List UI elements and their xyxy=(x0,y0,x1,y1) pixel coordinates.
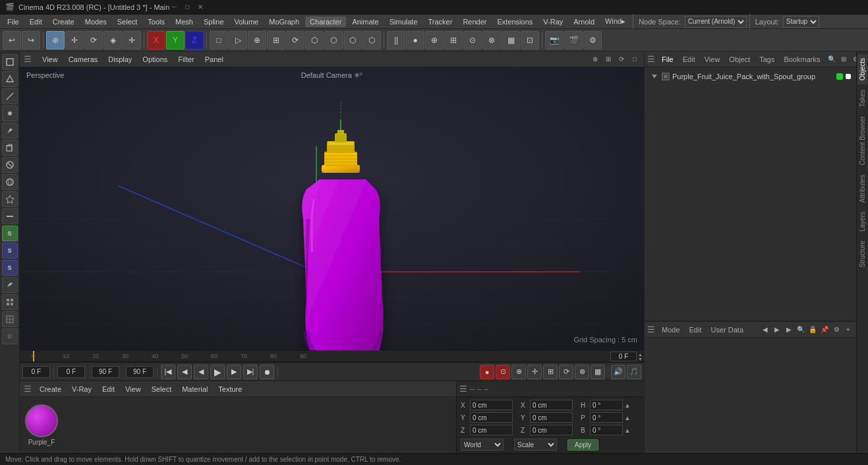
rt-tab-attributes[interactable]: Attributes xyxy=(857,171,867,206)
coord-b-input[interactable] xyxy=(590,425,623,435)
render-btn-3[interactable]: ⚙ xyxy=(583,31,602,49)
menu-file[interactable]: File xyxy=(3,16,24,27)
objects-filter-icon[interactable]: ⊞ xyxy=(838,54,849,65)
object-tool-3[interactable]: ⊕ xyxy=(248,31,266,49)
rt-tab-content[interactable]: Content Browser xyxy=(857,112,867,169)
sidebar-grid2-btn[interactable] xyxy=(2,311,18,327)
menu-mesh[interactable]: Mesh xyxy=(171,16,198,27)
coord-y2-input[interactable] xyxy=(530,412,573,423)
attr-tab-edit[interactable]: Edit xyxy=(687,325,705,335)
sidebar-light-btn[interactable] xyxy=(2,191,18,207)
attr-tab-mode[interactable]: Mode xyxy=(659,325,683,335)
sidebar-poly-btn[interactable] xyxy=(2,71,18,87)
material-menu-icon[interactable]: ☰ xyxy=(24,384,32,394)
snap-tool-8[interactable]: ⊡ xyxy=(521,31,539,49)
playback-tool-3[interactable]: ⊕ xyxy=(511,365,526,379)
attr-nav-back[interactable]: ◀ xyxy=(760,325,770,335)
current-frame-input[interactable] xyxy=(22,366,50,378)
snap-tool-7[interactable]: ▦ xyxy=(502,31,520,49)
redo-button[interactable]: ↪ xyxy=(22,31,40,49)
sidebar-sphere-btn[interactable] xyxy=(2,174,18,190)
coord-x2-input[interactable] xyxy=(530,400,573,410)
playback-tool-6[interactable]: ⟳ xyxy=(559,365,573,379)
object-tool-4[interactable]: ⊞ xyxy=(267,31,285,49)
menu-character[interactable]: Character xyxy=(305,16,346,27)
sidebar-s2-btn[interactable]: S xyxy=(2,243,18,259)
end-frame2-input[interactable] xyxy=(126,366,154,378)
rt-tab-objects[interactable]: Objects xyxy=(857,54,867,84)
goto-start-button[interactable]: |◀ xyxy=(161,365,175,379)
object-tool-6[interactable]: ⬡ xyxy=(305,31,324,49)
playback-tool-7[interactable]: ⊗ xyxy=(575,365,589,379)
move-tool-button[interactable]: ⊕ xyxy=(46,31,65,49)
playback-tool-9[interactable]: 🔊 xyxy=(611,365,625,379)
object-item-1[interactable]: Purple_Fruit_Juice_Pack_with_Spout_group xyxy=(647,70,854,83)
menu-render[interactable]: Render xyxy=(458,16,491,27)
snap-tool-2[interactable]: ● xyxy=(406,31,424,49)
sidebar-paint-btn[interactable] xyxy=(2,277,18,293)
playback-tool-2[interactable]: ⊙ xyxy=(496,365,510,379)
object-tool-9[interactable]: ⬡ xyxy=(362,31,381,49)
sidebar-brush-btn[interactable] xyxy=(2,123,18,139)
frame-up-btn[interactable]: ▲ xyxy=(638,352,643,357)
close-button[interactable]: ✕ xyxy=(196,3,205,12)
sidebar-point-btn[interactable] xyxy=(2,106,18,121)
playback-tool-10[interactable]: 🎵 xyxy=(627,365,641,379)
coord-menu-icon[interactable]: ☰ xyxy=(459,384,467,394)
object-tool-1[interactable]: □ xyxy=(210,31,228,49)
menu-vray[interactable]: V-Ray xyxy=(538,16,567,27)
menu-animate[interactable]: Animate xyxy=(347,16,383,27)
menu-modes[interactable]: Modes xyxy=(80,16,111,27)
coord-p-input[interactable] xyxy=(590,412,623,423)
vp-menu-cameras[interactable]: Cameras xyxy=(66,54,101,65)
coord-world-select[interactable]: World xyxy=(461,439,504,450)
rt-tab-structure[interactable]: Structure xyxy=(857,237,867,272)
sidebar-line-btn[interactable] xyxy=(2,208,18,224)
snap-tool-1[interactable]: || xyxy=(387,31,405,49)
object-tool-2[interactable]: ▷ xyxy=(229,31,247,49)
menu-simulate[interactable]: Simulate xyxy=(385,16,422,27)
vp-menu-panel[interactable]: Panel xyxy=(202,54,226,65)
sidebar-model-btn[interactable] xyxy=(2,54,18,70)
frame-down-btn[interactable]: ▼ xyxy=(638,357,643,361)
objects-tab-edit[interactable]: Edit xyxy=(680,54,698,65)
layout-select[interactable]: Startup xyxy=(783,16,819,28)
sidebar-grid-btn[interactable] xyxy=(2,294,18,310)
attr-nav-fwd[interactable]: ▶ xyxy=(772,325,782,335)
end-frame-input[interactable] xyxy=(92,366,119,378)
menu-mograph[interactable]: MoGraph xyxy=(264,16,304,27)
material-menu-view[interactable]: View xyxy=(123,384,144,394)
coord-z2-input[interactable] xyxy=(530,425,573,435)
objects-tab-object[interactable]: Object xyxy=(726,54,753,65)
frame-counter-display[interactable]: 0 F xyxy=(610,352,637,361)
minimize-button[interactable]: ─ xyxy=(169,3,179,12)
coord-x1-input[interactable] xyxy=(470,400,513,410)
objects-tab-file[interactable]: File xyxy=(659,54,676,65)
vp-menu-filter[interactable]: Filter xyxy=(175,54,196,65)
object-tool-7[interactable]: ⬡ xyxy=(324,31,343,49)
vp-menu-view[interactable]: View xyxy=(40,54,61,65)
goto-end-button[interactable]: ▶| xyxy=(243,365,258,379)
material-menu-material[interactable]: Material xyxy=(179,384,210,394)
sidebar-s1-btn[interactable]: S xyxy=(2,226,18,241)
sidebar-cube-btn[interactable] xyxy=(2,140,18,156)
snap-tool-6[interactable]: ⊗ xyxy=(482,31,501,49)
z-axis-button[interactable]: Z xyxy=(185,31,204,49)
playback-tool-5[interactable]: ⊞ xyxy=(543,365,558,379)
nodespace-select[interactable]: Current (Arnold) xyxy=(685,16,747,28)
select-tool-button[interactable]: ◈ xyxy=(103,31,122,49)
rt-tab-takes[interactable]: Takes xyxy=(857,86,867,111)
menu-arnold[interactable]: Arnold xyxy=(569,16,599,27)
rt-tab-layers[interactable]: Layers xyxy=(857,208,867,235)
prev-frame-button[interactable]: ◀ xyxy=(177,365,192,379)
objects-tab-tags[interactable]: Tags xyxy=(757,54,777,65)
material-menu-vray[interactable]: V-Ray xyxy=(69,384,94,394)
objects-menu-icon[interactable]: ☰ xyxy=(647,54,655,64)
viewport[interactable]: Perspective Default Camera ✳° xyxy=(20,67,644,350)
snap-tool-3[interactable]: ⊕ xyxy=(425,31,444,49)
material-menu-texture[interactable]: Texture xyxy=(216,384,245,394)
render-btn-1[interactable]: 📷 xyxy=(545,31,564,49)
coord-p-spin-up[interactable]: ▲ xyxy=(624,414,631,421)
menu-spline[interactable]: Spline xyxy=(199,16,229,27)
material-purple[interactable]: Purple_F xyxy=(25,404,58,446)
